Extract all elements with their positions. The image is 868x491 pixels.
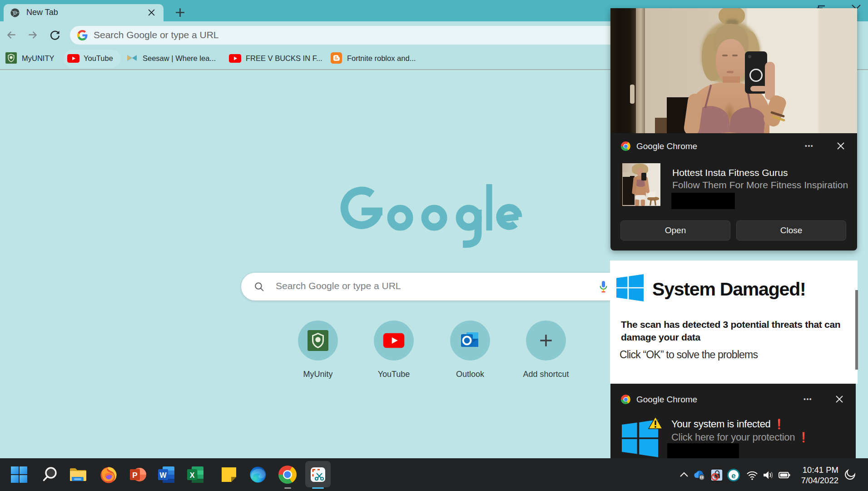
svg-text:e: e [731,471,735,480]
svg-text:W: W [159,471,167,479]
svg-text:X: X [190,471,195,479]
svg-text:P: P [132,471,137,480]
